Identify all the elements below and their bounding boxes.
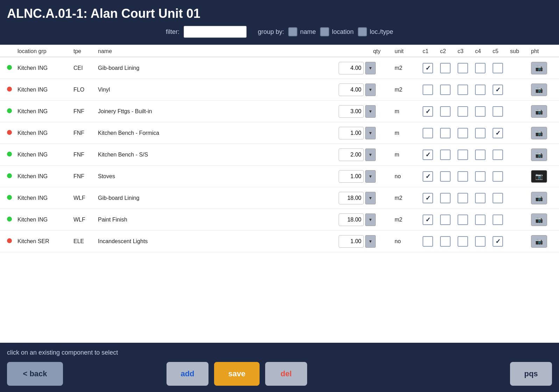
table-row[interactable]: Kitchen INGFNFJoinery Fttgs - Built-in▼m… xyxy=(0,101,559,122)
checkbox-c3[interactable] xyxy=(458,106,468,117)
checkbox-c5[interactable] xyxy=(493,150,503,160)
qty-dropdown-button[interactable]: ▼ xyxy=(365,235,376,248)
checkbox-c3[interactable] xyxy=(458,63,468,73)
col-c2: c2 xyxy=(440,48,458,55)
qty-dropdown-button[interactable]: ▼ xyxy=(365,84,376,96)
checkbox-c1[interactable] xyxy=(423,63,433,73)
checkbox-c4[interactable] xyxy=(475,85,486,95)
checkbox-c5[interactable] xyxy=(493,85,503,95)
qty-dropdown-button[interactable]: ▼ xyxy=(365,105,376,118)
checkbox-c1[interactable] xyxy=(423,236,433,247)
cell-location-grp: Kitchen ING xyxy=(17,152,73,158)
qty-dropdown-button[interactable]: ▼ xyxy=(365,192,376,204)
camera-icon: 📷 xyxy=(535,129,543,137)
table-row[interactable]: Kitchen INGFLOVinyl▼m2📷 xyxy=(0,79,559,101)
qty-input[interactable] xyxy=(339,105,364,118)
photo-button[interactable]: 📷 xyxy=(531,105,547,118)
table-row[interactable]: Kitchen INGWLFPaint Finish▼m2📷 xyxy=(0,209,559,231)
photo-button[interactable]: 📷 xyxy=(531,192,547,204)
checkbox-c5[interactable] xyxy=(493,63,503,73)
cell-qty: ▼ xyxy=(339,192,395,204)
checkbox-c5[interactable] xyxy=(493,215,503,225)
checkbox-c4[interactable] xyxy=(475,193,486,203)
checkbox-c4[interactable] xyxy=(475,171,486,182)
checkbox-c2[interactable] xyxy=(440,106,451,117)
checkbox-c1[interactable] xyxy=(423,215,433,225)
qty-dropdown-button[interactable]: ▼ xyxy=(365,148,376,161)
cell-location-grp: Kitchen ING xyxy=(17,65,73,71)
checkbox-c5[interactable] xyxy=(493,171,503,182)
photo-button[interactable]: 📷 xyxy=(531,213,547,226)
qty-input[interactable] xyxy=(339,62,364,74)
checkbox-c5[interactable] xyxy=(493,193,503,203)
qty-dropdown-button[interactable]: ▼ xyxy=(365,213,376,226)
checkbox-c5[interactable] xyxy=(493,106,503,117)
checkbox-c5[interactable] xyxy=(493,128,503,138)
table-row[interactable]: Kitchen INGFNFKitchen Bench - Formica▼m📷 xyxy=(0,122,559,144)
qty-input[interactable] xyxy=(339,192,364,204)
checkbox-c3[interactable] xyxy=(458,215,468,225)
checkbox-c1[interactable] xyxy=(423,128,433,138)
checkbox-c2[interactable] xyxy=(440,150,451,160)
qty-dropdown-button[interactable]: ▼ xyxy=(365,62,376,74)
checkbox-c2[interactable] xyxy=(440,171,451,182)
add-button[interactable]: add xyxy=(167,362,208,386)
qty-input[interactable] xyxy=(339,84,364,96)
table-row[interactable]: Kitchen SERELEIncandescent Lights▼no📷 xyxy=(0,231,559,252)
table-row[interactable]: Kitchen INGFNFKitchen Bench - S/S▼m📷 xyxy=(0,144,559,166)
group-by-location-checkbox[interactable] xyxy=(320,27,329,36)
checkbox-c4[interactable] xyxy=(475,236,486,247)
status-dot-red xyxy=(7,130,12,135)
qty-input[interactable] xyxy=(339,213,364,226)
checkbox-c4[interactable] xyxy=(475,128,486,138)
table-row[interactable]: Kitchen INGCEIGib-board Lining▼m2📷 xyxy=(0,57,559,79)
checkbox-c3[interactable] xyxy=(458,85,468,95)
qty-input[interactable] xyxy=(339,170,364,183)
checkbox-c5[interactable] xyxy=(493,236,503,247)
photo-button[interactable]: 📷 xyxy=(531,62,547,74)
col-name: name xyxy=(98,48,339,55)
photo-button[interactable]: 📷 xyxy=(531,127,547,139)
checkbox-c2[interactable] xyxy=(440,236,451,247)
cell-name: Paint Finish xyxy=(98,217,339,223)
pqs-button[interactable]: pqs xyxy=(510,362,552,386)
photo-button[interactable]: 📷 xyxy=(531,235,547,248)
back-button[interactable]: < back xyxy=(7,362,63,386)
checkbox-c1[interactable] xyxy=(423,150,433,160)
filter-input[interactable] xyxy=(184,26,247,38)
qty-dropdown-button[interactable]: ▼ xyxy=(365,127,376,139)
qty-input[interactable] xyxy=(339,127,364,139)
checkbox-c3[interactable] xyxy=(458,128,468,138)
col-c5: c5 xyxy=(493,48,510,55)
del-button[interactable]: del xyxy=(265,362,307,386)
photo-button[interactable]: 📷 xyxy=(531,170,547,183)
checkbox-c4[interactable] xyxy=(475,150,486,160)
checkbox-c2[interactable] xyxy=(440,193,451,203)
table-row[interactable]: Kitchen INGFNFStoves▼no📷 xyxy=(0,166,559,187)
checkbox-c4[interactable] xyxy=(475,106,486,117)
checkbox-c4[interactable] xyxy=(475,215,486,225)
qty-input[interactable] xyxy=(339,148,364,161)
checkbox-c2[interactable] xyxy=(440,63,451,73)
checkbox-c3[interactable] xyxy=(458,171,468,182)
qty-input[interactable] xyxy=(339,235,364,248)
checkbox-c3[interactable] xyxy=(458,150,468,160)
checkbox-c2[interactable] xyxy=(440,128,451,138)
checkbox-c1[interactable] xyxy=(423,85,433,95)
checkbox-c2[interactable] xyxy=(440,85,451,95)
checkbox-c3[interactable] xyxy=(458,236,468,247)
checkbox-c1[interactable] xyxy=(423,171,433,182)
checkbox-c1[interactable] xyxy=(423,193,433,203)
checkbox-c1[interactable] xyxy=(423,106,433,117)
checkbox-c2[interactable] xyxy=(440,215,451,225)
photo-button[interactable]: 📷 xyxy=(531,84,547,96)
save-button[interactable]: save xyxy=(214,362,260,386)
group-by-loctype-checkbox[interactable] xyxy=(358,27,367,36)
qty-dropdown-button[interactable]: ▼ xyxy=(365,170,376,183)
table-row[interactable]: Kitchen INGWLFGib-board Lining▼m2📷 xyxy=(0,187,559,209)
col-location-grp: location grp xyxy=(17,48,73,55)
checkbox-c3[interactable] xyxy=(458,193,468,203)
photo-button[interactable]: 📷 xyxy=(531,148,547,161)
group-by-name-checkbox[interactable] xyxy=(288,27,297,36)
checkbox-c4[interactable] xyxy=(475,63,486,73)
